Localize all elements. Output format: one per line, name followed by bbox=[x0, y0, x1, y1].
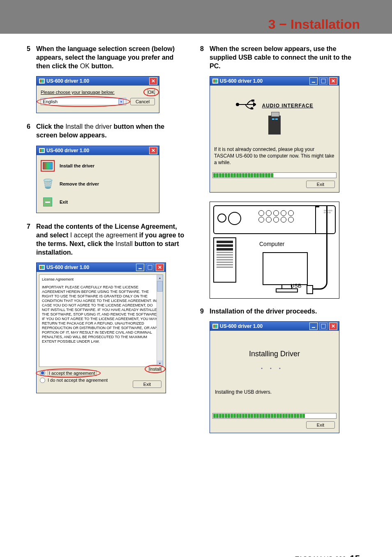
step-text: Click the Install the driver button when… bbox=[36, 122, 187, 139]
svg-marker-2 bbox=[254, 103, 256, 106]
titlebar: US-600 driver 1.00 ✕ bbox=[210, 77, 339, 86]
usb-cable-drawing bbox=[313, 205, 327, 290]
chevron-down-icon[interactable]: ▾ bbox=[118, 99, 124, 104]
figure-step6: US-600 driver 1.00 ✕ Install the driver … bbox=[36, 146, 187, 213]
license-radios: I accept the agreement I do not accept t… bbox=[39, 367, 163, 385]
remove-icon: 🗑️ bbox=[41, 178, 55, 190]
maximize-icon[interactable] bbox=[319, 77, 327, 85]
step-8: 8 When the screen below appears, use the… bbox=[198, 44, 360, 70]
language-label: Please choose your language below: bbox=[41, 90, 143, 95]
license-title: License Agreement bbox=[42, 277, 160, 282]
text: Click the bbox=[36, 123, 65, 130]
step-6: 6 Click the Install the driver button wh… bbox=[25, 122, 187, 139]
text: Install bbox=[115, 240, 133, 247]
usb-label: USB bbox=[291, 283, 302, 289]
dialog-installing: US-600 driver 1.00 ✕ Installing Driver •… bbox=[210, 321, 339, 433]
monitor-drawing bbox=[263, 252, 308, 285]
left-column: 5 When the language selection screen (be… bbox=[25, 44, 187, 442]
reject-label: I do not accept the agreement bbox=[48, 378, 108, 383]
exit-button[interactable]: Exit bbox=[306, 421, 335, 429]
right-column: 8 When the screen below appears, use the… bbox=[198, 44, 360, 442]
install-icon bbox=[41, 160, 55, 172]
minimize-icon[interactable] bbox=[309, 77, 318, 85]
dialog-license: US-600 driver 1.00 ✕ License Agreement I… bbox=[36, 262, 166, 393]
usb-stick-icon bbox=[268, 116, 281, 135]
figure-step5: US-600 driver 1.00 ✕ Please choose your … bbox=[36, 76, 187, 113]
window-title: US-600 driver 1.00 bbox=[46, 78, 89, 84]
usb-graphic: AUDIO INTERFACE bbox=[212, 88, 337, 146]
close-icon[interactable]: ✕ bbox=[156, 264, 164, 271]
progress-dots: ••• bbox=[261, 366, 288, 371]
minimize-icon[interactable] bbox=[309, 323, 318, 330]
close-icon[interactable]: ✕ bbox=[329, 77, 337, 85]
window-title: US-600 driver 1.00 bbox=[220, 78, 263, 84]
exit-icon bbox=[41, 196, 55, 208]
close-icon[interactable]: ✕ bbox=[329, 323, 337, 330]
step-5: 5 When the language selection screen (be… bbox=[25, 44, 187, 70]
accept-radio[interactable] bbox=[40, 370, 45, 376]
minimize-icon[interactable] bbox=[136, 264, 144, 271]
ok-button[interactable]: OK bbox=[148, 88, 155, 96]
scroll-thumb[interactable] bbox=[157, 281, 163, 292]
page-number: 15 bbox=[350, 553, 360, 557]
usb-plug-icon bbox=[315, 205, 319, 207]
close-icon[interactable]: ✕ bbox=[149, 77, 157, 85]
progress-bar bbox=[212, 413, 337, 419]
app-icon bbox=[212, 324, 218, 329]
scrollbar[interactable]: ▴ ▾ bbox=[157, 275, 163, 367]
option-label: Install the driver bbox=[60, 163, 95, 168]
license-body: IMPORTANT: PLEASE CAREFULLY READ THE LIC… bbox=[42, 285, 160, 344]
installing-heading: Installing Driver bbox=[249, 350, 300, 358]
text: button. bbox=[90, 63, 114, 70]
text: I accept the agreement bbox=[70, 232, 138, 239]
install-button[interactable]: Install bbox=[149, 365, 161, 373]
usb-trident-icon bbox=[235, 100, 256, 112]
step-text: Installation of the driver proceeds. bbox=[210, 307, 317, 316]
text: Install the driver bbox=[65, 123, 112, 130]
step-7: 7 Read the contents of the License Agree… bbox=[25, 222, 187, 257]
connection-diagram: ▭▭ ▭▭▭ ▭ ▭ Computer USB bbox=[210, 202, 339, 299]
installing-message: Installing the USB drivers. bbox=[212, 387, 337, 411]
figure-step8a: US-600 driver 1.00 ✕ AUDIO INT bbox=[210, 76, 360, 193]
exit-button[interactable]: Exit bbox=[306, 181, 335, 188]
window-title: US-600 driver 1.00 bbox=[220, 323, 263, 329]
app-icon bbox=[39, 265, 45, 270]
connect-message: If it is not already connected, please p… bbox=[212, 146, 337, 171]
step-number: 8 bbox=[198, 44, 204, 70]
figure-step7: US-600 driver 1.00 ✕ License Agreement I… bbox=[36, 262, 187, 393]
svg-point-4 bbox=[251, 107, 253, 109]
dialog-driver-menu: US-600 driver 1.00 ✕ Install the driver … bbox=[36, 146, 159, 213]
reject-radio[interactable] bbox=[40, 378, 45, 383]
audio-interface-label: AUDIO INTERFACE bbox=[262, 103, 313, 109]
install-driver-option[interactable]: Install the driver bbox=[40, 157, 156, 175]
app-icon bbox=[39, 148, 45, 153]
exit-option[interactable]: Exit bbox=[40, 193, 156, 211]
license-textarea[interactable]: License Agreement IMPORTANT: PLEASE CARE… bbox=[39, 274, 163, 367]
step-number: 9 bbox=[198, 307, 204, 316]
text: OK bbox=[80, 63, 90, 70]
scroll-up-icon[interactable]: ▴ bbox=[157, 275, 163, 281]
close-icon[interactable]: ✕ bbox=[149, 147, 157, 154]
step-number: 7 bbox=[25, 222, 30, 257]
titlebar: US-600 driver 1.00 ✕ bbox=[37, 263, 166, 272]
app-icon bbox=[39, 79, 45, 84]
maximize-icon[interactable] bbox=[146, 264, 154, 271]
window-title: US-600 driver 1.00 bbox=[46, 265, 89, 270]
figure-step9: US-600 driver 1.00 ✕ Installing Driver •… bbox=[210, 321, 360, 433]
remove-driver-option[interactable]: 🗑️ Remove the driver bbox=[40, 175, 156, 193]
maximize-icon[interactable] bbox=[319, 323, 327, 330]
usb-plug-icon bbox=[307, 285, 313, 294]
titlebar: US-600 driver 1.00 ✕ bbox=[37, 146, 159, 155]
progress-bar bbox=[212, 172, 337, 178]
step-number: 6 bbox=[25, 122, 30, 139]
cancel-button[interactable]: Cancel bbox=[130, 98, 155, 105]
section-header: 3 − Installation bbox=[0, 15, 392, 34]
page-top-margin bbox=[0, 0, 392, 15]
language-select[interactable]: English ▾ bbox=[41, 98, 126, 105]
computer-tower-drawing bbox=[213, 237, 236, 283]
option-label: Exit bbox=[60, 200, 68, 204]
titlebar: US-600 driver 1.00 ✕ bbox=[37, 77, 159, 86]
svg-rect-3 bbox=[252, 100, 254, 101]
app-icon bbox=[212, 79, 218, 84]
dialog-connect-usb: US-600 driver 1.00 ✕ AUDIO INT bbox=[210, 76, 339, 193]
